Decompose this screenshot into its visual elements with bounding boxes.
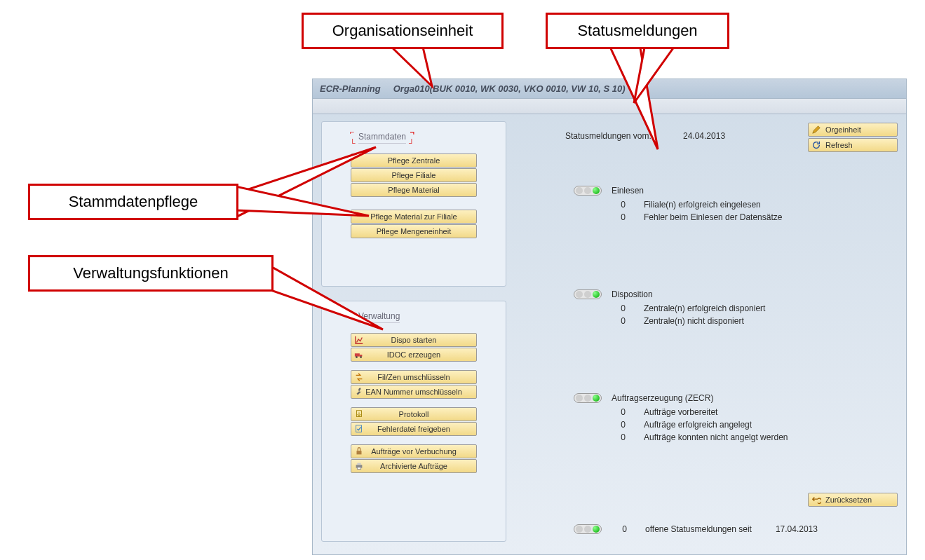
app-name: ECR-Planning [320,83,381,94]
group-verwaltung: Verwaltung Dispo starten IDOC erzeugen F… [321,301,506,542]
button-label: Fehlerdatei freigeben [377,425,450,433]
content-area: ⌐ ¬ └ ┘ Stammdaten Pflege Zentrale Pfleg… [313,114,906,554]
orgeinheit-button[interactable]: Orgeinheit [808,123,898,137]
button-label: Zurücksetzen [825,496,872,504]
pencil-icon [811,125,821,135]
status-line: 0Fehler beim Einlesen der Datensätze [610,212,782,222]
pflege-zentrale-button[interactable]: Pflege Zentrale [351,153,477,168]
status-count: 0 [610,212,626,222]
status-text: Filiale(n) erfolgreich eingelesen [644,200,761,210]
callout-stammdatenpflege: Stammdatenpflege [28,184,238,220]
top-button-group: Orgeinheit Refresh [808,123,898,152]
auftraege-vor-verbuchung-button[interactable]: Aufträge vor Verbuchung [351,444,477,458]
pflege-material-filiale-button[interactable]: Pflege Material zur Filiale [351,210,477,224]
group-title-stammdaten: ⌐ ¬ └ ┘ Stammdaten [358,132,406,144]
button-label: Fil/Zen umschlüsseln [377,373,450,381]
callout-organisationseinheit: Organisationseinheit [302,13,504,49]
svg-rect-17 [356,425,362,432]
status-line: 0Aufträge erfolgreich angelegt [610,420,788,430]
status-header-label: Statusmeldungen vom: [565,131,651,141]
truck-icon [354,350,364,360]
group-stammdaten: ⌐ ¬ └ ┘ Stammdaten Pflege Zentrale Pfleg… [321,121,506,287]
status-count: 0 [610,420,626,430]
status-text: Aufträge vorbereitet [644,407,717,417]
zuruecksetzen-button[interactable]: Zurücksetzen [808,493,898,507]
pflege-filiale-button[interactable]: Pflege Filiale [351,168,477,182]
button-label: IDOC erzeugen [387,350,440,359]
chart-icon [354,335,364,345]
status-text: Fehler beim Einlesen der Datensätze [644,212,782,222]
refresh-button[interactable]: Refresh [808,138,898,152]
status-title: Disposition [612,289,653,299]
button-label: Refresh [825,141,853,149]
refresh-icon [811,140,821,150]
status-since-date: 17.04.2013 [776,524,818,534]
status-line: 0Filiale(n) erfolgreich eingelesen [610,200,782,210]
status-line: 0Zentrale(n) nicht disponiert [610,316,765,326]
status-count: 0 [612,524,627,534]
archivierte-auftraege-button[interactable]: Archivierte Aufträge [351,459,477,473]
svg-rect-21 [357,467,360,470]
printer-icon [354,461,364,471]
status-offen: 0 offene Statusmeldungen seit 17.04.2013 [574,524,818,534]
status-line: 0Zentrale(n) erfolgreich disponiert [610,303,765,313]
callout-statusmeldungen: Statusmeldungen [546,13,729,49]
dispo-starten-button[interactable]: Dispo starten [351,333,477,347]
lock-icon [354,446,364,456]
titlebar: ECR-Planning Orga010(BUK 0010, WK 0030, … [313,79,906,99]
status-einlesen: Einlesen 0Filiale(n) erfolgreich eingele… [574,186,782,222]
idoc-erzeugen-button[interactable]: IDOC erzeugen [351,348,477,362]
status-text: Aufträge konnten nicht angelgt werden [644,432,788,442]
button-label: Protokoll [399,410,429,418]
ean-umschluesseln-button[interactable]: EAN Nummer umschlüsseln [351,385,477,399]
sap-window: ECR-Planning Orga010(BUK 0010, WK 0030, … [312,78,907,555]
status-line: 0Aufträge vorbereitet [610,407,788,417]
status-count: 0 [610,303,626,313]
status-date: 24.04.2013 [683,131,725,141]
svg-rect-18 [357,451,362,454]
fehlerdatei-freigeben-button[interactable]: Fehlerdatei freigeben [351,422,477,436]
bracket-icon: ⌐ [350,128,354,136]
bracket-icon: └ [350,139,356,147]
status-title: Auftragserzeugung (ZECR) [612,393,713,403]
button-label: EAN Nummer umschlüsseln [365,388,462,396]
document-arrow-icon [354,409,364,419]
status-count: 0 [610,200,626,210]
bracket-icon: ┘ [409,139,414,147]
document-check-icon [354,424,364,434]
reset-button-wrap: Zurücksetzen [808,493,898,507]
button-label: Archivierte Aufträge [380,462,447,470]
title-org-unit: Orga010(BUK 0010, WK 0030, VKO 0010, VW … [393,83,626,94]
button-label: Orgeinheit [825,125,861,134]
wrench-icon [354,387,364,397]
button-label: Aufträge vor Verbuchung [371,447,457,456]
group-title-verwaltung: Verwaltung [358,311,400,323]
protokoll-button[interactable]: Protokoll [351,407,477,421]
status-text: offene Statusmeldungen seit [645,524,752,534]
swap-icon [354,372,364,382]
traffic-light-icon [574,524,602,534]
button-label: Dispo starten [391,336,437,344]
svg-rect-20 [357,463,360,465]
status-title: Einlesen [612,186,644,196]
bracket-icon: ¬ [410,128,414,136]
undo-icon [811,495,821,505]
pflege-material-button[interactable]: Pflege Material [351,183,477,197]
status-count: 0 [610,316,626,326]
status-count: 0 [610,407,626,417]
callout-verwaltungsfunktionen: Verwaltungsfunktionen [28,255,274,292]
filzen-umschluesseln-button[interactable]: Fil/Zen umschlüsseln [351,370,477,384]
status-line: 0Aufträge konnten nicht angelgt werden [610,432,788,442]
toolbar-area [313,99,906,114]
status-text: Zentrale(n) nicht disponiert [644,316,744,326]
svg-point-15 [360,356,362,358]
pflege-mengeneinheit-button[interactable]: Pflege Mengeneinheit [351,224,477,238]
traffic-light-icon [574,393,602,403]
svg-point-14 [356,356,358,358]
group-title-label: Stammdaten [358,132,406,142]
status-auftragserzeugung: Auftragserzeugung (ZECR) 0Aufträge vorbe… [574,393,788,442]
traffic-light-icon [574,289,602,299]
traffic-light-icon [574,186,602,196]
status-count: 0 [610,432,626,442]
status-text: Aufträge erfolgreich angelegt [644,420,752,430]
